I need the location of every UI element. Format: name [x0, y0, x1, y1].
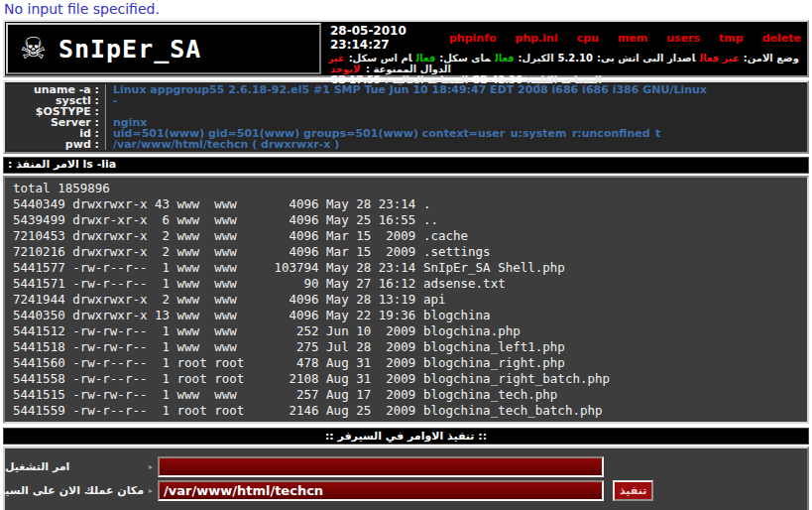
- directory-listing: total 1859896 5440349 drwxrwxr-x 43 www …: [5, 178, 807, 422]
- status-segment: فعال: [415, 53, 435, 64]
- sysinfo-value: nginx: [106, 117, 807, 128]
- php-warning-message: No input file specified.: [0, 0, 812, 20]
- header-info: 28-05-2010 23:14:27 phpinfophp.inicpumem…: [322, 22, 807, 75]
- cwd-input-row: مكان عملك الان على السيرفر ▸ تنفيذ: [5, 480, 807, 501]
- shell-title: SnIpEr_SA: [58, 35, 201, 64]
- header-link-users[interactable]: users: [666, 32, 700, 45]
- executed-command-label: الامر المنفذ :: [8, 158, 79, 171]
- header-toolbar: 28-05-2010 23:14:27 phpinfophp.inicpumem…: [328, 24, 801, 53]
- status-segment: 5.2.10: [558, 53, 593, 64]
- sysinfo-value: uid=501(www) gid=501(www) groups=501(www…: [106, 128, 807, 139]
- shell-logo: ☠ SnIpEr_SA: [6, 23, 321, 74]
- bullet-icon: ▸: [144, 486, 158, 495]
- status-segment: غير فعال: [328, 53, 345, 64]
- status-segment: اصدار البي اتش بي:: [597, 53, 695, 64]
- exec-section-title: :: تنفيذ الاوامر في السيرفر ::: [3, 428, 809, 445]
- header-link-tmp[interactable]: tmp: [719, 32, 744, 45]
- disabled-functions-value: لايوجد: [330, 64, 360, 74]
- system-info-panel: uname -a :Linux appgroup55 2.6.18-92.el5…: [3, 80, 809, 154]
- command-input-label: امر التشغيل: [5, 460, 144, 473]
- header-link-mem[interactable]: mem: [618, 32, 647, 45]
- sysinfo-value: [106, 106, 807, 117]
- header-link-php-ini[interactable]: php.ini: [516, 32, 558, 45]
- header: ☠ SnIpEr_SA 28-05-2010 23:14:27 phpinfop…: [3, 20, 809, 77]
- disabled-functions-line: الدوال الممنوعة : لايوجد: [328, 64, 801, 74]
- disabled-functions-label: الدوال الممنوعة :: [366, 64, 451, 74]
- executed-command-bar: الامر المنفذ : ls -lia: [3, 157, 809, 174]
- status-segment: ماي سكل:: [439, 53, 491, 64]
- command-output-panel: total 1859896 5440349 drwxrwxr-x 43 www …: [3, 176, 809, 424]
- command-input-row: امر التشغيل ▸: [5, 456, 807, 477]
- header-links: phpinfophp.inicpumemuserstmpdelete: [449, 32, 801, 45]
- exec-form: امر التشغيل ▸ مكان عملك الان على السيرفر…: [3, 446, 809, 510]
- bullet-icon: ▸: [144, 462, 158, 471]
- sysinfo-value: -: [106, 95, 807, 106]
- sysinfo-label: pwd :: [5, 139, 106, 150]
- status-segment: ام اس سكل:: [349, 53, 412, 64]
- cwd-input[interactable]: [158, 480, 604, 501]
- execute-button[interactable]: تنفيذ: [613, 480, 653, 501]
- status-segment: فعال: [495, 53, 515, 64]
- skull-icon: ☠: [20, 34, 47, 64]
- header-link-phpinfo[interactable]: phpinfo: [449, 32, 497, 45]
- executed-command-value: ls -lia: [83, 158, 117, 171]
- header-link-delete[interactable]: delete: [762, 32, 801, 45]
- command-input[interactable]: [158, 456, 604, 477]
- cwd-input-label: مكان عملك الان على السيرفر: [5, 484, 144, 497]
- status-segment: وضع الامن:: [744, 53, 799, 64]
- header-link-cpu[interactable]: cpu: [577, 32, 599, 45]
- sysinfo-value: Linux appgroup55 2.6.18-92.el5 #1 SMP Tu…: [106, 84, 807, 95]
- datetime: 28-05-2010 23:14:27: [330, 24, 430, 52]
- server-status-line: وضع الامن:غير فعالاصدار البي اتش بي:5.2.…: [328, 53, 801, 64]
- status-segment: الكيرل:: [519, 53, 554, 64]
- sysinfo-value: /var/www/html/techcn ( drwxrwxr-x ): [106, 139, 807, 150]
- status-segment: غير فعال: [699, 53, 739, 64]
